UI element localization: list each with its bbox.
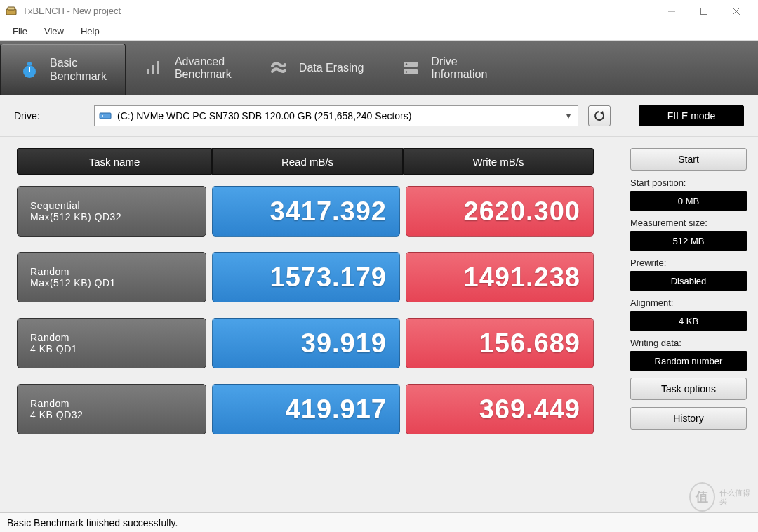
- prewrite-label: Prewrite:: [630, 258, 747, 268]
- window-title: TxBENCH - New project: [22, 6, 121, 16]
- read-value: 3417.392: [212, 186, 400, 237]
- writing-data-label: Writing data:: [630, 338, 747, 348]
- drive-select[interactable]: (C:) NVMe WDC PC SN730 SDB 120.00 GB (25…: [94, 105, 578, 126]
- result-row: Random 4 KB QD1 39.919 156.689: [17, 318, 615, 368]
- write-value: 156.689: [406, 318, 594, 368]
- svg-rect-3: [701, 8, 707, 14]
- svg-rect-7: [27, 62, 32, 65]
- writing-data-value[interactable]: Random number: [630, 351, 747, 371]
- read-value: 39.919: [212, 318, 400, 368]
- header-write: Write mB/s: [403, 148, 594, 175]
- tab-data-erasing[interactable]: Data Erasing: [250, 41, 383, 95]
- tab-label: Drive Information: [431, 55, 487, 81]
- read-value: 419.917: [212, 384, 400, 434]
- status-text: Basic Benchmark finished successfully.: [7, 517, 178, 528]
- svg-rect-9: [147, 69, 149, 74]
- task-line1: Random: [30, 398, 193, 409]
- drive-selected-text: (C:) NVMe WDC PC SN730 SDB 120.00 GB (25…: [117, 110, 564, 121]
- sidebar: Start Start position: 0 MB Measurement s…: [630, 148, 747, 527]
- task-options-button[interactable]: Task options: [630, 378, 747, 400]
- header-read: Read mB/s: [212, 148, 403, 175]
- alignment-value[interactable]: 4 KB: [630, 311, 747, 331]
- bar-chart-icon: [144, 58, 165, 79]
- header-row: Task name Read mB/s Write mB/s: [17, 148, 615, 175]
- task-cell: Random 4 KB QD32: [17, 384, 206, 434]
- write-value: 1491.238: [406, 252, 594, 302]
- svg-rect-10: [152, 65, 154, 74]
- refresh-button[interactable]: [588, 105, 611, 126]
- task-line1: Random: [30, 266, 193, 277]
- menu-help[interactable]: Help: [74, 25, 107, 38]
- header-task: Task name: [17, 148, 212, 175]
- title-bar: TxBENCH - New project: [0, 0, 758, 22]
- task-line1: Random: [30, 332, 193, 343]
- alignment-label: Alignment:: [630, 298, 747, 308]
- svg-point-14: [406, 63, 407, 65]
- chevron-down-icon: ▾: [564, 111, 573, 121]
- erase-icon: [268, 58, 289, 79]
- drive-row: Drive: (C:) NVMe WDC PC SN730 SDB 120.00…: [0, 95, 758, 137]
- tab-label: Advanced Benchmark: [175, 55, 232, 81]
- task-line2: Max(512 KB) QD1: [30, 277, 193, 288]
- app-icon: [6, 6, 17, 17]
- task-line2: 4 KB QD1: [30, 343, 193, 354]
- prewrite-value[interactable]: Disabled: [630, 271, 747, 291]
- tab-drive-information[interactable]: Drive Information: [382, 41, 505, 95]
- menu-bar: File View Help: [0, 22, 758, 41]
- menu-view[interactable]: View: [37, 25, 71, 38]
- svg-rect-16: [100, 113, 111, 119]
- content-area: Task name Read mB/s Write mB/s Sequentia…: [0, 137, 758, 532]
- task-line2: Max(512 KB) QD32: [30, 211, 193, 222]
- svg-rect-1: [8, 7, 15, 10]
- measurement-size-label: Measurement size:: [630, 218, 747, 228]
- main-toolbar: Basic Benchmark Advanced Benchmark Data …: [0, 41, 758, 95]
- read-value: 1573.179: [212, 252, 400, 302]
- tab-label: Basic Benchmark: [50, 57, 107, 83]
- results-table: Task name Read mB/s Write mB/s Sequentia…: [17, 148, 615, 527]
- svg-point-15: [406, 71, 407, 72]
- tab-label: Data Erasing: [299, 62, 364, 74]
- start-position-value[interactable]: 0 MB: [630, 191, 747, 211]
- task-line2: 4 KB QD32: [30, 409, 193, 420]
- task-cell: Sequential Max(512 KB) QD32: [17, 186, 206, 237]
- file-mode-button[interactable]: FILE mode: [639, 105, 744, 126]
- menu-file[interactable]: File: [6, 25, 34, 38]
- result-row: Sequential Max(512 KB) QD32 3417.392 262…: [17, 186, 615, 237]
- start-button[interactable]: Start: [630, 148, 747, 171]
- task-cell: Random Max(512 KB) QD1: [17, 252, 206, 302]
- svg-point-17: [102, 115, 103, 117]
- write-value: 2620.300: [406, 186, 594, 237]
- drive-info-icon: [400, 58, 421, 79]
- measurement-size-value[interactable]: 512 MB: [630, 231, 747, 251]
- drive-icon: [99, 109, 112, 122]
- start-position-label: Start position:: [630, 178, 747, 188]
- tab-basic-benchmark[interactable]: Basic Benchmark: [0, 44, 126, 95]
- write-value: 369.449: [406, 384, 594, 434]
- drive-label: Drive:: [14, 110, 84, 121]
- svg-rect-11: [157, 61, 159, 74]
- minimize-button[interactable]: [656, 0, 688, 22]
- stopwatch-icon: [19, 60, 40, 81]
- result-row: Random Max(512 KB) QD1 1573.179 1491.238: [17, 252, 615, 302]
- tab-advanced-benchmark[interactable]: Advanced Benchmark: [126, 41, 250, 95]
- close-button[interactable]: [720, 0, 752, 22]
- task-cell: Random 4 KB QD1: [17, 318, 206, 368]
- result-row: Random 4 KB QD32 419.917 369.449: [17, 384, 615, 434]
- status-bar: Basic Benchmark finished successfully.: [0, 512, 758, 532]
- task-line1: Sequential: [30, 200, 193, 211]
- history-button[interactable]: History: [630, 407, 747, 430]
- maximize-button[interactable]: [688, 0, 720, 22]
